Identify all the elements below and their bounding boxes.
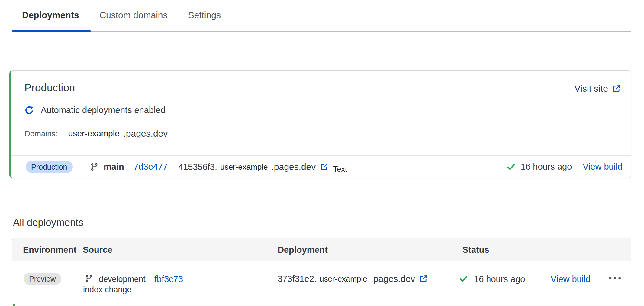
deployment-alias: 415356f3. user-example .pages.dev (178, 161, 328, 173)
next-row-production-indicator (13, 304, 15, 306)
alias-suffix: .pages.dev (272, 162, 316, 172)
view-build-link[interactable]: View build (583, 162, 623, 172)
check-icon (507, 163, 515, 171)
branch-name: main (104, 162, 124, 172)
alias-prefix: 415356f3. (178, 162, 217, 172)
alias-suffix: .pages.dev (371, 274, 415, 284)
visit-site-link[interactable]: Visit site (575, 83, 621, 94)
git-branch-icon (90, 163, 98, 171)
production-deployment-row: Production main 7d3e477 415356f3. user-e… (11, 156, 631, 178)
column-header-status: Status (462, 238, 489, 261)
git-branch-icon (85, 275, 93, 282)
column-header-source: Source (83, 238, 112, 261)
text-annotation: Text (333, 165, 347, 174)
alias-prefix: 373f31e2. (278, 274, 317, 284)
commit-hash-link[interactable]: 7d3e477 (134, 162, 168, 172)
deployments-table: Environment Source Deployment Status Pre… (12, 238, 631, 306)
environment-badge-production: Production (26, 161, 73, 173)
alias-name: user-example (220, 162, 268, 172)
tab-custom-domains[interactable]: Custom domains (89, 10, 178, 20)
domains-row: Domains: user-example .pages.dev (24, 128, 168, 139)
all-deployments-title: All deployments (13, 217, 83, 228)
view-build-link[interactable]: View build (551, 274, 591, 284)
ellipsis-icon[interactable]: ••• (609, 273, 623, 283)
tab-divider (12, 31, 631, 32)
branch-name: development (99, 275, 146, 284)
table-row: Preview development fbf3c73 index change… (12, 262, 631, 304)
alias-name: user-example (320, 274, 367, 284)
visit-site-label: Visit site (575, 83, 608, 94)
tab-deployments[interactable]: Deployments (12, 10, 89, 20)
deployment-time: 16 hours ago (474, 274, 525, 284)
external-link-icon (612, 84, 621, 93)
domain-suffix: .pages.dev (123, 129, 168, 139)
commit-hash-link[interactable]: fbf3c73 (154, 274, 183, 284)
production-card: Production Visit site Automatic deployme… (9, 70, 631, 178)
environment-badge-preview: Preview (24, 273, 61, 285)
domains-label: Domains: (24, 129, 58, 138)
external-link-icon[interactable] (320, 163, 328, 171)
external-link-icon[interactable] (419, 275, 428, 283)
column-header-environment: Environment (23, 238, 76, 261)
tab-settings[interactable]: Settings (178, 10, 231, 20)
deployment-alias: 373f31e2. user-example .pages.dev (278, 272, 428, 285)
auto-deployments-text: Automatic deployments enabled (41, 105, 166, 115)
deployment-time: 16 hours ago (521, 162, 572, 172)
production-card-title: Production (24, 82, 75, 94)
commit-message: index change (83, 285, 132, 295)
tab-bar: Deployments Custom domains Settings (0, 0, 644, 33)
active-tab-indicator (12, 30, 91, 32)
table-header: Environment Source Deployment Status (12, 238, 631, 261)
auto-deployments-row: Automatic deployments enabled (24, 105, 166, 116)
check-icon (459, 275, 468, 283)
refresh-icon (24, 105, 34, 115)
domain-name: user-example (68, 129, 120, 138)
column-header-deployment: Deployment (278, 238, 328, 261)
